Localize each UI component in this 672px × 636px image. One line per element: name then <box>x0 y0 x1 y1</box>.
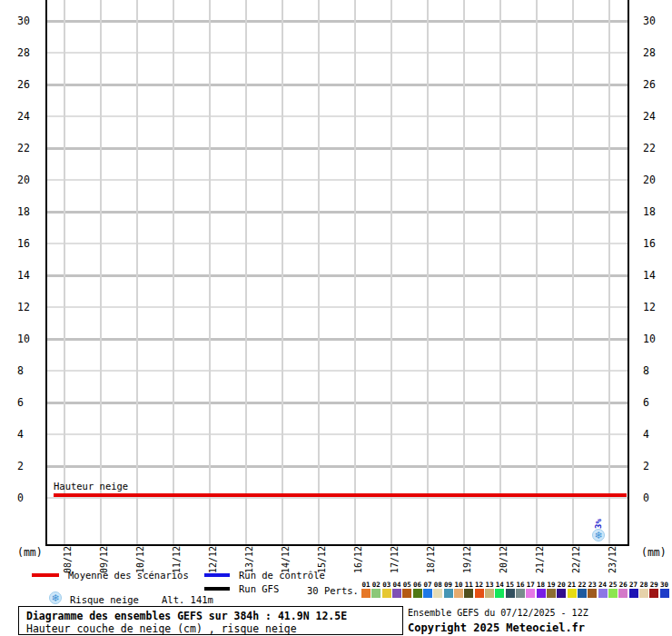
gridline-h <box>46 433 628 435</box>
pert-swatch <box>629 589 638 598</box>
gridline-h <box>46 20 628 23</box>
y-axis-label-right: 24 <box>643 109 656 124</box>
pert-number: 11 <box>464 581 474 589</box>
pert-number: 01 <box>361 581 371 589</box>
pert-number: 14 <box>495 581 505 589</box>
pert-number: 25 <box>608 581 618 589</box>
pert-number: 27 <box>628 581 638 589</box>
gridline-v <box>499 0 501 545</box>
gridline-v <box>64 0 65 545</box>
pert-number: 29 <box>649 581 659 589</box>
title-box: Diagramme des ensembles GEFS sur 384h : … <box>18 606 403 635</box>
y-axis-line-left <box>45 0 47 545</box>
pert-number: 23 <box>588 581 598 589</box>
pert-number: 28 <box>638 581 648 589</box>
pert-swatch <box>557 589 566 598</box>
gridline-h <box>46 84 628 86</box>
pert-number: 22 <box>577 581 587 589</box>
gridline-v <box>390 0 392 545</box>
gridline-v <box>354 0 356 545</box>
pert-swatch <box>639 589 648 598</box>
pert-swatch <box>454 589 463 598</box>
legend-risk-swatch: ❄ <box>49 591 62 604</box>
y-axis-label-left: 14 <box>17 268 30 283</box>
gridline-h <box>46 338 628 341</box>
pert-swatch <box>413 589 422 598</box>
pert-swatch <box>485 589 494 598</box>
pert-number: 03 <box>381 581 391 589</box>
snowflake-icon: ❄ <box>594 531 602 541</box>
pert-number: 20 <box>557 581 567 589</box>
y-axis-label-left: 18 <box>17 204 30 219</box>
pert-number: 15 <box>505 581 515 589</box>
y-axis-label-left: 20 <box>17 173 30 187</box>
pert-swatch <box>578 589 587 598</box>
y-axis-label-right: 12 <box>643 300 656 314</box>
y-axis-label-left: 2 <box>17 459 24 473</box>
pert-swatch <box>495 589 504 598</box>
ensemble-chart-screen: 3030282826262424222220201818161614141212… <box>0 0 672 636</box>
gridline-v <box>572 0 574 545</box>
y-axis-line-right <box>628 0 629 545</box>
gridline-v <box>282 0 283 545</box>
unit-label-right: (mm) <box>641 545 667 560</box>
legend-control-swatch <box>204 573 230 577</box>
pert-swatch <box>537 589 546 598</box>
pert-swatch <box>392 589 401 598</box>
pert-number: 13 <box>485 581 495 589</box>
snow-risk-marker: ❄ <box>592 529 605 542</box>
gridline-v <box>608 0 610 545</box>
y-axis-label-left: 0 <box>17 491 24 505</box>
pert-swatch <box>361 589 371 598</box>
pert-swatch <box>475 589 484 598</box>
pert-swatch <box>506 589 515 598</box>
gridline-h <box>46 306 628 308</box>
y-axis-label-right: 14 <box>643 268 656 283</box>
y-axis-label-right: 30 <box>643 14 656 28</box>
legend-control-label: Run de contrôle <box>239 570 325 581</box>
date-label: 12/12 <box>207 546 219 573</box>
gridline-v <box>427 0 429 545</box>
pert-number: 04 <box>392 581 402 589</box>
legend-perts-label: 30 Perts. <box>307 585 359 597</box>
run-info: Ensemble GEFS du 07/12/2025 - 12Z <box>408 607 588 619</box>
y-axis-label-right: 22 <box>643 141 656 155</box>
pert-number: 24 <box>598 581 608 589</box>
pert-swatch <box>423 589 432 598</box>
gridline-h <box>46 211 628 214</box>
date-label: 21/12 <box>534 546 546 573</box>
date-label: 17/12 <box>389 546 400 573</box>
gridline-v <box>536 0 538 545</box>
y-axis-label-right: 0 <box>643 491 649 505</box>
y-axis-label-left: 8 <box>17 363 24 378</box>
snow-risk-percent-label: 3% <box>594 519 603 529</box>
pert-number: 18 <box>536 581 546 589</box>
y-axis-label-right: 8 <box>643 363 649 378</box>
gridline-h <box>46 465 628 468</box>
pert-swatch <box>598 589 608 598</box>
y-axis-label-right: 20 <box>643 173 656 187</box>
pert-swatch <box>444 589 453 598</box>
copyright: Copyright 2025 Meteociel.fr <box>408 621 585 634</box>
legend-mean-label: Moyenne des scénarios <box>68 570 189 581</box>
pert-number: 10 <box>454 581 464 589</box>
gridline-v <box>136 0 138 545</box>
pert-number: 06 <box>412 581 422 589</box>
pert-number: 30 <box>659 581 669 589</box>
date-label: 19/12 <box>461 546 473 573</box>
y-axis-label-right: 18 <box>643 204 656 219</box>
pert-swatch <box>618 589 628 598</box>
pert-number: 26 <box>618 581 628 589</box>
pert-swatch <box>588 589 597 598</box>
gridline-v <box>173 0 174 545</box>
pert-swatch <box>433 589 442 598</box>
y-axis-label-left: 16 <box>17 236 30 251</box>
y-axis-label-right: 4 <box>643 427 649 442</box>
y-axis-label-left: 24 <box>17 109 30 124</box>
gridline-v <box>209 0 211 545</box>
gridline-v <box>463 0 465 545</box>
pert-number: 02 <box>371 581 381 589</box>
pert-swatch <box>516 589 525 598</box>
pert-swatch <box>402 589 411 598</box>
gridline-h <box>46 179 628 181</box>
